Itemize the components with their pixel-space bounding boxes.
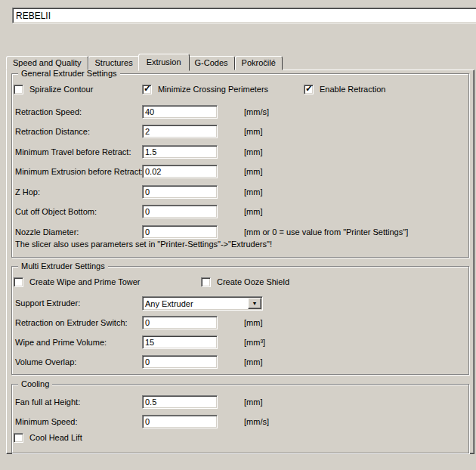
unit-label: [mm/s] xyxy=(244,416,269,428)
fan-full-at-height-row: Fan full at Height: [mm] xyxy=(15,395,465,410)
dropdown-selected-value: Any Extruder xyxy=(145,299,262,308)
volume-overlap-row: Volume Overlap: [mm] xyxy=(15,355,465,370)
tab-bar: Speed and Quality Structures Extrusion G… xyxy=(6,53,283,70)
minimum-speed-row: Minimum Speed: [mm/s] xyxy=(15,415,465,429)
field-label: Support Extruder: xyxy=(15,298,80,309)
nozzle-diameter-row: Nozzle Diameter: [mm or 0 = use value fr… xyxy=(15,225,465,240)
field-label: Minimum Speed: xyxy=(15,416,78,428)
unit-label: [mm] xyxy=(244,126,262,138)
minimum-speed-input[interactable] xyxy=(142,415,218,428)
create-wipe-and-prime-tower-checkbox[interactable]: Create Wipe and Prime Tower xyxy=(14,277,141,287)
extrusion-tab-panel: General Extruder Settings Spiralize Cont… xyxy=(6,70,474,454)
minimum-extrusion-before-retract-row: Minimum Extrusion before Retract: [mm] xyxy=(15,165,465,179)
field-label: Fan full at Height: xyxy=(15,397,80,408)
checkbox-label: Minimize Crossing Perimeters xyxy=(158,85,268,94)
support-extruder-dropdown[interactable]: Any Extruder ▼ xyxy=(142,296,263,311)
retraction-speed-row: Retraction Speed: [mm/s] xyxy=(15,105,465,119)
create-ooze-shield-checkbox[interactable]: Create Ooze Shield xyxy=(201,277,289,287)
checkbox-box-icon[interactable] xyxy=(201,277,211,287)
retraction-on-extruder-switch-input[interactable] xyxy=(142,316,218,329)
minimum-travel-before-retract-input[interactable] xyxy=(142,145,218,159)
minimize-crossing-perimeters-checkbox[interactable]: Minimize Crossing Perimeters xyxy=(142,84,268,94)
tab-pokrocile[interactable]: Pokročilé xyxy=(235,56,283,70)
field-label: Retraction Distance: xyxy=(15,126,90,138)
field-label: Cut off Object Bottom: xyxy=(15,206,97,218)
checkbox-label: Enable Retraction xyxy=(320,85,385,94)
field-label: Minimum Travel before Retract: xyxy=(15,147,131,158)
retraction-distance-row: Retraction Distance: [mm] xyxy=(15,125,465,139)
checkbox-label: Create Ooze Shield xyxy=(217,277,289,287)
checkbox-label: Spiralize Contour xyxy=(29,85,93,94)
cut-off-object-bottom-input[interactable] xyxy=(142,205,218,218)
field-label: Retraction on Extruder Switch: xyxy=(15,317,128,329)
checkbox-box-icon[interactable] xyxy=(14,85,23,94)
unit-label: [mm³] xyxy=(244,337,265,348)
tab-speed-and-quality[interactable]: Speed and Quality xyxy=(6,56,88,70)
cut-off-object-bottom-row: Cut off Object Bottom: [mm] xyxy=(15,205,465,219)
field-label: Retraction Speed: xyxy=(15,107,82,118)
field-label: Wipe and Prime Volume: xyxy=(15,337,107,348)
wipe-and-prime-volume-row: Wipe and Prime Volume: [mm³] xyxy=(15,335,465,350)
unit-label: [mm] xyxy=(244,317,262,329)
unit-label: [mm or 0 = use value from "Printer Setti… xyxy=(244,227,408,238)
minimum-travel-before-retract-row: Minimum Travel before Retract: [mm] xyxy=(15,145,465,159)
group-title: Cooling xyxy=(18,379,52,389)
checkbox-label: Cool Head Lift xyxy=(29,433,82,443)
retraction-on-extruder-switch-row: Retraction on Extruder Switch: [mm] xyxy=(15,316,465,330)
multi-extruder-settings-group: Multi Extruder Settings Create Wipe and … xyxy=(11,266,469,375)
wipe-and-prime-volume-input[interactable] xyxy=(142,335,218,349)
tab-g-codes[interactable]: G-Codes xyxy=(188,56,235,70)
checkbox-box-icon[interactable] xyxy=(304,85,314,94)
unit-label: [mm] xyxy=(244,147,262,158)
unit-label: [mm/s] xyxy=(244,107,269,118)
field-label: Nozzle Diameter: xyxy=(15,227,79,238)
unit-label: [mm] xyxy=(244,397,262,408)
retraction-distance-input[interactable] xyxy=(142,125,218,138)
unit-label: [mm] xyxy=(244,206,262,218)
spiralize-contour-checkbox[interactable]: Spiralize Contour xyxy=(14,84,93,94)
retraction-speed-input[interactable] xyxy=(142,105,218,119)
unit-label: [mm] xyxy=(244,187,262,198)
general-extruder-settings-group: General Extruder Settings Spiralize Cont… xyxy=(11,73,469,258)
unit-label: [mm] xyxy=(244,166,262,178)
z-hop-input[interactable] xyxy=(142,185,218,199)
field-label: Minimum Extrusion before Retract: xyxy=(15,166,143,178)
cooling-group: Cooling Fan full at Height: [mm] Minimum… xyxy=(11,384,469,453)
tab-extrusion[interactable]: Extrusion xyxy=(138,54,190,71)
profile-name-input[interactable] xyxy=(12,8,476,23)
nozzle-diameter-input[interactable] xyxy=(142,225,218,239)
checkbox-box-icon[interactable] xyxy=(14,277,23,287)
field-label: Z Hop: xyxy=(15,187,40,198)
fan-full-at-height-input[interactable] xyxy=(142,395,218,409)
checkbox-label: Create Wipe and Prime Tower xyxy=(29,277,141,287)
slicer-parameters-note: The slicer also uses parameters set in "… xyxy=(15,239,272,249)
checkbox-box-icon[interactable] xyxy=(142,85,152,94)
cool-head-lift-checkbox[interactable]: Cool Head Lift xyxy=(14,432,82,443)
tab-structures[interactable]: Structures xyxy=(88,56,140,70)
chevron-down-icon[interactable]: ▼ xyxy=(248,298,261,309)
checkbox-box-icon[interactable] xyxy=(14,433,23,443)
support-extruder-row: Support Extruder: Any Extruder ▼ xyxy=(15,296,465,311)
slicer-settings-window: { "profile": { "name": "REBELII" }, "tab… xyxy=(0,0,476,470)
z-hop-row: Z Hop: [mm] xyxy=(15,185,465,199)
field-label: Volume Overlap: xyxy=(15,357,76,368)
enable-retraction-checkbox[interactable]: Enable Retraction xyxy=(304,84,385,94)
unit-label: [mm] xyxy=(244,357,262,368)
group-title: Multi Extruder Settings xyxy=(18,261,108,271)
volume-overlap-input[interactable] xyxy=(142,355,218,369)
minimum-extrusion-before-retract-input[interactable] xyxy=(142,165,218,178)
